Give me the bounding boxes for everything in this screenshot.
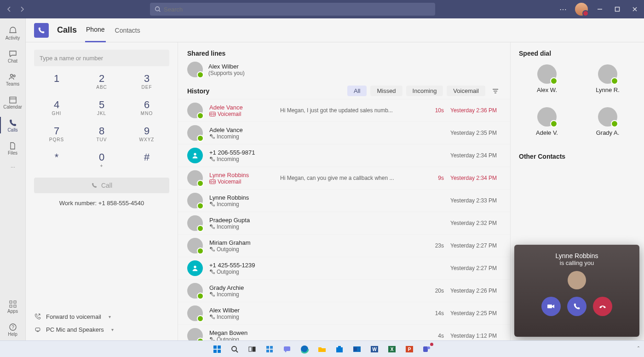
avatar [187, 170, 203, 186]
svg-rect-21 [213, 345, 217, 349]
history-row[interactable]: Lynne RobbinsVoicemailHi Megan, can you … [178, 167, 510, 189]
shared-line-item[interactable]: Alex Wilber (Supports you) [178, 57, 510, 82]
avatar [187, 238, 203, 253]
keypad-3[interactable]: 3DEF [124, 73, 169, 90]
keypad-7[interactable]: 7PQRS [34, 125, 79, 142]
taskbar-edge[interactable] [298, 343, 311, 356]
call-button[interactable]: Call [34, 178, 169, 193]
keypad-5[interactable]: 5JKL [79, 99, 124, 116]
tab-phone[interactable]: Phone [85, 18, 105, 42]
filter-voicemail[interactable]: Voicemail [447, 86, 485, 96]
svg-rect-24 [218, 350, 221, 353]
device-setting[interactable]: PC Mic and Speakers▾ [34, 323, 169, 336]
more-options-button[interactable]: ⋯ [558, 4, 569, 15]
filter-all[interactable]: All [347, 86, 367, 96]
taskbar-excel[interactable]: X [385, 343, 398, 356]
decline-call-button[interactable] [593, 297, 612, 316]
call-time: Yesterday 2:27 PM [450, 242, 501, 249]
svg-rect-8 [14, 305, 16, 307]
taskbar-outlook[interactable] [351, 343, 363, 356]
filter-incoming[interactable]: Incoming [406, 86, 443, 96]
keypad-9[interactable]: 9WXYZ [124, 125, 169, 142]
call-time: Yesterday 2:35 PM [450, 130, 501, 136]
taskbar-store[interactable] [333, 343, 346, 356]
incoming-call-toast: Lynne Robbins is calling you [514, 245, 639, 337]
call-time: Yesterday 2:34 PM [450, 152, 501, 159]
shared-line-sub: (Supports you) [208, 70, 245, 76]
widgets-button[interactable] [263, 343, 276, 356]
keypad-6[interactable]: 6MNO [124, 99, 169, 116]
answer-audio-button[interactable] [567, 297, 586, 316]
contact-name: Grady A. [596, 129, 620, 136]
nav-back-button[interactable] [4, 4, 15, 15]
filter-button[interactable] [490, 87, 501, 95]
call-time: Yesterday 2:32 PM [450, 220, 501, 226]
task-view-button[interactable] [246, 343, 259, 356]
nav-forward-button[interactable] [17, 4, 28, 15]
rail-help[interactable]: ?Help [0, 318, 26, 340]
svg-text:X: X [391, 347, 394, 352]
history-row[interactable]: Lynne RobbinsIncomingYesterday 2:33 PM [178, 189, 510, 212]
svg-point-15 [194, 153, 196, 155]
svg-point-18 [213, 181, 215, 183]
speed-dial-contact[interactable]: Adele V. [519, 107, 575, 136]
rail-files[interactable]: Files [0, 137, 26, 159]
dial-input[interactable]: Type a name or number [34, 50, 169, 66]
calls-tabbar: Calls Phone Contacts [26, 18, 644, 42]
taskbar-chat-button[interactable] [281, 343, 293, 356]
history-row[interactable]: Grady ArchieIncoming20sYesterday 2:26 PM [178, 279, 510, 302]
history-title: History [187, 87, 209, 95]
history-row[interactable]: Megan BowenOutgoing4sYesterday 1:12 PM [178, 324, 510, 340]
maximize-button[interactable] [612, 4, 623, 15]
rail-calendar[interactable]: Calendar [0, 91, 26, 113]
svg-point-33 [285, 351, 287, 352]
svg-rect-11 [35, 328, 40, 331]
rail-activity[interactable]: Activity [0, 22, 26, 44]
keypad-#[interactable]: # [124, 151, 169, 168]
rail-apps[interactable]: Apps [0, 295, 26, 317]
rail-more[interactable]: ⋯ [0, 160, 26, 174]
speed-dial-contact[interactable]: Alex W. [519, 64, 575, 93]
answer-video-button[interactable] [541, 297, 561, 316]
history-row[interactable]: +1 425-555-1239OutgoingYesterday 2:27 PM [178, 257, 510, 279]
history-row[interactable]: Alex WilberIncoming14sYesterday 2:25 PM [178, 302, 510, 324]
rail-chat[interactable]: Chat [0, 45, 26, 67]
close-button[interactable] [629, 4, 640, 15]
keypad-8[interactable]: 8TUV [79, 125, 124, 142]
contact-name: Lynne R. [596, 86, 620, 93]
call-time: Yesterday 2:25 PM [450, 310, 501, 317]
history-row[interactable]: Adele VanceIncomingYesterday 2:35 PM [178, 121, 510, 144]
taskbar-search-button[interactable] [228, 343, 241, 356]
taskbar-powerpoint[interactable]: P [403, 343, 416, 356]
user-avatar[interactable] [575, 3, 588, 16]
history-row[interactable]: Pradeep GuptaIncomingYesterday 2:32 PM [178, 212, 510, 234]
search-input[interactable] [150, 3, 435, 16]
keypad-1[interactable]: 1 [34, 73, 79, 90]
tab-contacts[interactable]: Contacts [114, 18, 141, 42]
rail-calls[interactable]: Calls [0, 114, 26, 136]
avatar [187, 305, 203, 321]
taskbar-word[interactable]: W [368, 343, 381, 356]
call-type: Incoming [209, 156, 274, 162]
speed-dial-contact[interactable]: Lynne R. [580, 64, 636, 93]
start-button[interactable] [211, 343, 224, 356]
call-type: Incoming [209, 133, 274, 140]
svg-rect-46 [423, 346, 428, 352]
keypad-*[interactable]: * [34, 151, 79, 168]
keypad-0[interactable]: 0+ [79, 151, 124, 168]
keypad-2[interactable]: 2ABC [79, 73, 124, 90]
taskbar-explorer[interactable] [316, 343, 328, 356]
rail-teams[interactable]: Teams [0, 68, 26, 90]
forward-setting[interactable]: Forward to voicemail▾ [34, 310, 169, 323]
minimize-button[interactable] [594, 4, 605, 15]
speed-dial-contact[interactable]: Grady A. [580, 107, 636, 136]
filter-missed[interactable]: Missed [370, 86, 402, 96]
app-rail: Activity Chat Teams Calendar Calls Files… [0, 18, 26, 340]
history-row[interactable]: Adele VanceVoicemailHi Megan, I just got… [178, 99, 510, 121]
history-row[interactable]: +1 206-555-9871IncomingYesterday 2:34 PM [178, 144, 510, 167]
tray-chevron-up-icon[interactable]: ˆ [638, 346, 639, 352]
history-row[interactable]: Miriam GrahamOutgoing23sYesterday 2:27 P… [178, 234, 510, 257]
svg-rect-4 [10, 97, 16, 103]
taskbar-teams[interactable] [420, 343, 433, 356]
keypad-4[interactable]: 4GHI [34, 99, 79, 116]
